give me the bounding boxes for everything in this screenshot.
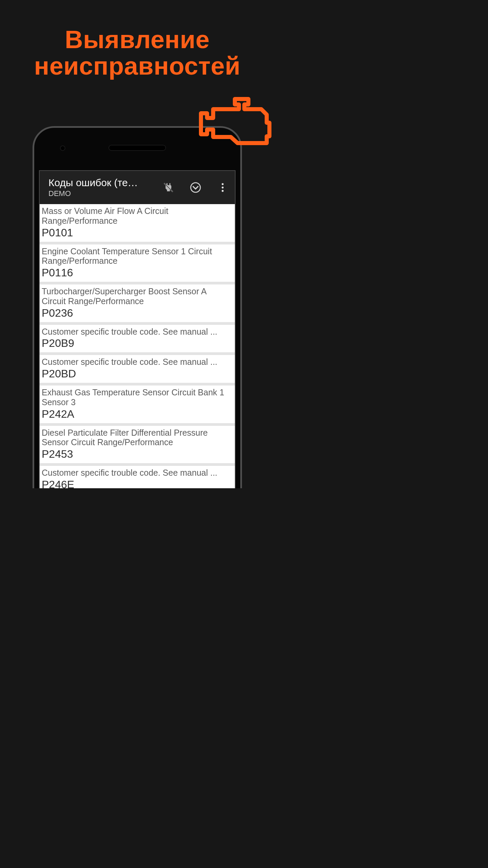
fault-description: Exhaust Gas Temperature Sensor Circuit B… <box>42 388 232 407</box>
chevron-circle-down-icon[interactable] <box>189 181 202 194</box>
fault-code-row[interactable]: Diesel Particulate Filter Differential P… <box>40 426 235 466</box>
fault-description: Customer specific trouble code. See manu… <box>42 357 232 367</box>
app-bar: Коды ошибок (тек… DEMO <box>40 171 235 204</box>
fault-code-row[interactable]: Customer specific trouble code. See manu… <box>40 355 235 386</box>
appbar-title-block: Коды ошибок (тек… DEMO <box>48 177 159 198</box>
appbar-actions <box>162 181 229 194</box>
check-engine-icon <box>197 94 272 149</box>
plug-off-icon[interactable] <box>162 181 175 194</box>
fault-code-row[interactable]: Engine Coolant Temperature Sensor 1 Circ… <box>40 244 235 285</box>
fault-code-row[interactable]: Customer specific trouble code. See manu… <box>40 325 235 355</box>
fault-description: Customer specific trouble code. See manu… <box>42 327 232 337</box>
headline-line-1: Выявление <box>65 25 209 54</box>
fault-description: Diesel Particulate Filter Differential P… <box>42 428 232 448</box>
fault-code-row[interactable]: Turbocharger/Supercharger Boost Sensor A… <box>40 284 235 325</box>
appbar-subtitle: DEMO <box>48 189 159 198</box>
fault-description: Engine Coolant Temperature Sensor 1 Circ… <box>42 246 232 266</box>
page-headline: Выявление неисправностей <box>0 26 274 79</box>
more-vert-icon[interactable] <box>217 181 229 194</box>
fault-code: P0116 <box>42 267 232 279</box>
fault-description: Mass or Volume Air Flow A Circuit Range/… <box>42 206 232 226</box>
fault-code: P242A <box>42 408 232 420</box>
fault-description: Customer specific trouble code. See manu… <box>42 468 232 478</box>
svg-point-2 <box>191 183 200 192</box>
fault-code-row[interactable]: Customer specific trouble code. See manu… <box>40 466 235 488</box>
fault-code: P0101 <box>42 226 232 239</box>
fault-code: P20B9 <box>42 337 232 350</box>
phone-speaker <box>108 145 166 151</box>
headline-line-2: неисправностей <box>34 52 240 80</box>
fault-code: P2453 <box>42 448 232 460</box>
svg-point-5 <box>222 190 224 192</box>
fault-code: P246E <box>42 478 232 488</box>
app-screen: Коды ошибок (тек… DEMO Mass or Volume Ai… <box>39 170 236 488</box>
appbar-title: Коды ошибок (тек… <box>48 177 141 189</box>
fault-code: P0236 <box>42 307 232 319</box>
fault-code: P20BD <box>42 368 232 380</box>
svg-point-3 <box>222 183 224 185</box>
fault-code-row[interactable]: Mass or Volume Air Flow A Circuit Range/… <box>40 204 235 244</box>
fault-code-list[interactable]: Mass or Volume Air Flow A Circuit Range/… <box>40 204 235 488</box>
svg-point-4 <box>222 186 224 189</box>
phone-camera-dot <box>60 145 65 151</box>
fault-code-row[interactable]: Exhaust Gas Temperature Sensor Circuit B… <box>40 386 235 426</box>
phone-frame: Коды ошибок (тек… DEMO Mass or Volume Ai… <box>33 126 242 488</box>
fault-description: Turbocharger/Supercharger Boost Sensor A… <box>42 287 232 306</box>
